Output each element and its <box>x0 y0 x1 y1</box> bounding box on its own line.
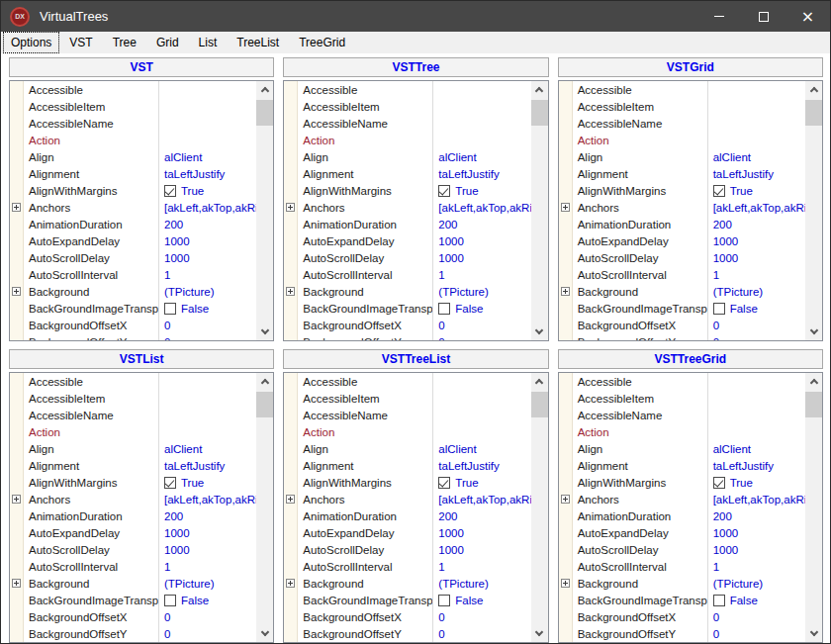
property-row-alignwithmargins[interactable]: AlignWithMarginsTrue <box>24 474 256 491</box>
property-value[interactable]: True <box>433 477 530 489</box>
property-row-action[interactable]: Action <box>573 132 805 148</box>
vertical-scrollbar[interactable] <box>805 81 822 340</box>
vertical-scrollbar[interactable] <box>256 81 273 340</box>
property-value[interactable]: 1000 <box>159 235 256 247</box>
property-row-anchors[interactable]: Anchors[akLeft,akTop,akRight] <box>573 199 805 216</box>
property-row-anchors[interactable]: Anchors[akLeft,akTop,akRight] <box>298 199 530 216</box>
property-row-alignwithmargins[interactable]: AlignWithMarginsTrue <box>298 474 530 491</box>
property-row-alignment[interactable]: AlignmenttaLeftJustify <box>24 457 256 474</box>
property-row-autoscrollinterval[interactable]: AutoScrollInterval1 <box>24 558 256 575</box>
checkbox-checked-icon[interactable] <box>713 477 725 489</box>
property-row-accessibleitem[interactable]: AccessibleItem <box>24 98 256 115</box>
property-value[interactable]: taLeftJustify <box>433 460 530 472</box>
scrollbar-up-arrow[interactable] <box>805 81 822 98</box>
checkbox-unchecked-icon[interactable] <box>713 595 725 606</box>
property-value[interactable]: True <box>708 185 805 197</box>
expand-plus-icon[interactable] <box>286 495 295 504</box>
property-row-anchors[interactable]: Anchors[akLeft,akTop,akRight] <box>24 199 256 216</box>
expand-plus-icon[interactable] <box>561 287 570 296</box>
scrollbar-down-arrow[interactable] <box>805 625 822 642</box>
property-value[interactable]: (TPicture) <box>159 286 256 298</box>
menu-item-list[interactable]: List <box>189 32 228 53</box>
property-value[interactable]: 200 <box>708 219 805 230</box>
checkbox-checked-icon[interactable] <box>713 185 725 197</box>
expand-plus-icon[interactable] <box>12 495 21 504</box>
vertical-scrollbar[interactable] <box>531 373 548 642</box>
property-value[interactable]: 0 <box>159 336 256 341</box>
property-value[interactable]: alClient <box>433 151 530 163</box>
property-row-accessiblename[interactable]: AccessibleName <box>24 407 256 423</box>
menu-item-vst[interactable]: VST <box>59 32 102 53</box>
expand-plus-icon[interactable] <box>12 287 21 296</box>
property-value[interactable]: 1 <box>708 561 805 573</box>
property-row-accessiblename[interactable]: AccessibleName <box>298 115 530 132</box>
property-row-backgroundoffsetx[interactable]: BackgroundOffsetX0 <box>573 317 805 333</box>
expand-plus-icon[interactable] <box>561 495 570 504</box>
property-row-align[interactable]: AlignalClient <box>24 440 256 457</box>
property-value[interactable]: 1000 <box>159 252 256 264</box>
checkbox-unchecked-icon[interactable] <box>164 595 176 606</box>
property-row-action[interactable]: Action <box>298 423 530 440</box>
property-row-background[interactable]: Background(TPicture) <box>573 283 805 300</box>
checkbox-unchecked-icon[interactable] <box>438 303 450 315</box>
property-value[interactable]: alClient <box>433 443 530 455</box>
property-value[interactable]: 1000 <box>433 235 530 247</box>
property-row-autoscrollinterval[interactable]: AutoScrollInterval1 <box>24 266 256 283</box>
property-value[interactable]: [akLeft,akTop,akRight] <box>708 202 805 214</box>
property-row-backgroundimagetransparent[interactable]: BackGroundImageTransparentFalse <box>24 592 256 608</box>
property-row-autoexpanddelay[interactable]: AutoExpandDelay1000 <box>24 524 256 541</box>
property-row-autoscrollinterval[interactable]: AutoScrollInterval1 <box>573 266 805 283</box>
property-row-autoscrollinterval[interactable]: AutoScrollInterval1 <box>298 558 530 575</box>
property-row-animationduration[interactable]: AnimationDuration200 <box>298 216 530 232</box>
property-row-accessibleitem[interactable]: AccessibleItem <box>298 98 530 115</box>
checkbox-checked-icon[interactable] <box>164 477 176 489</box>
scrollbar-down-arrow[interactable] <box>531 625 548 642</box>
property-row-backgroundoffsety[interactable]: BackgroundOffsetY0 <box>573 625 805 642</box>
property-row-backgroundoffsetx[interactable]: BackgroundOffsetX0 <box>24 317 256 333</box>
property-row-background[interactable]: Background(TPicture) <box>298 283 530 300</box>
property-value[interactable]: 1 <box>433 561 530 573</box>
property-row-accessiblename[interactable]: AccessibleName <box>298 407 530 423</box>
property-row-alignwithmargins[interactable]: AlignWithMarginsTrue <box>573 474 805 491</box>
property-row-alignment[interactable]: AlignmenttaLeftJustify <box>573 457 805 474</box>
property-row-backgroundoffsetx[interactable]: BackgroundOffsetX0 <box>298 608 530 625</box>
property-row-accessibleitem[interactable]: AccessibleItem <box>24 390 256 407</box>
property-value[interactable]: 1000 <box>708 527 805 539</box>
property-value[interactable]: 0 <box>159 611 256 623</box>
property-value[interactable]: 1 <box>708 269 805 281</box>
checkbox-checked-icon[interactable] <box>438 477 450 489</box>
property-value[interactable]: alClient <box>159 443 256 455</box>
property-row-align[interactable]: AlignalClient <box>24 148 256 165</box>
property-row-background[interactable]: Background(TPicture) <box>298 575 530 592</box>
scrollbar-up-arrow[interactable] <box>531 373 548 390</box>
property-value[interactable]: 0 <box>159 320 256 331</box>
property-row-action[interactable]: Action <box>573 423 805 440</box>
property-row-autoscrolldelay[interactable]: AutoScrollDelay1000 <box>298 249 530 266</box>
scrollbar-down-arrow[interactable] <box>805 323 822 340</box>
scrollbar-up-arrow[interactable] <box>805 373 822 390</box>
property-value[interactable]: 1 <box>433 269 530 281</box>
property-value[interactable]: 0 <box>433 628 530 640</box>
property-value[interactable]: (TPicture) <box>433 286 530 298</box>
property-row-backgroundimagetransparent[interactable]: BackGroundImageTransparentFalse <box>298 300 530 317</box>
minimize-button[interactable] <box>696 1 741 32</box>
vertical-scrollbar[interactable] <box>805 373 822 642</box>
scrollbar-up-arrow[interactable] <box>256 373 273 390</box>
property-value[interactable]: 1 <box>159 269 256 281</box>
property-row-animationduration[interactable]: AnimationDuration200 <box>298 507 530 524</box>
property-value[interactable]: 1 <box>159 561 256 573</box>
property-value[interactable]: (TPicture) <box>433 578 530 590</box>
property-row-backgroundoffsetx[interactable]: BackgroundOffsetX0 <box>24 608 256 625</box>
property-row-backgroundoffsetx[interactable]: BackgroundOffsetX0 <box>573 608 805 625</box>
property-value[interactable]: 1000 <box>159 527 256 539</box>
scrollbar-up-arrow[interactable] <box>256 81 273 98</box>
property-row-autoscrolldelay[interactable]: AutoScrollDelay1000 <box>573 541 805 558</box>
property-row-animationduration[interactable]: AnimationDuration200 <box>573 507 805 524</box>
maximize-button[interactable] <box>741 1 785 32</box>
property-value[interactable]: True <box>433 185 530 197</box>
property-row-align[interactable]: AlignalClient <box>298 148 530 165</box>
property-row-accessible[interactable]: Accessible <box>24 373 256 390</box>
property-row-backgroundoffsety[interactable]: BackgroundOffsetY0 <box>24 333 256 340</box>
property-value[interactable]: [akLeft,akTop,akRight] <box>159 494 256 506</box>
property-row-anchors[interactable]: Anchors[akLeft,akTop,akRight] <box>573 491 805 507</box>
